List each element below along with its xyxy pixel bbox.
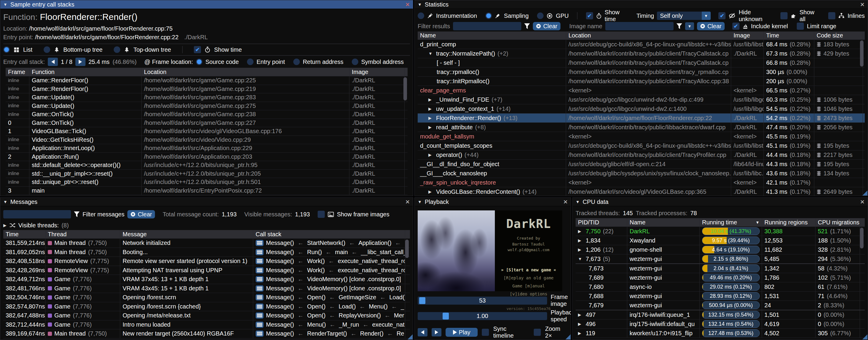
cpu-row[interactable]: ▶496irq/175-iwlwifi:default_qu132.14 ms … <box>576 319 865 329</box>
callstack-icon[interactable] <box>256 294 264 301</box>
stack-frame[interactable]: Message() <box>266 239 294 246</box>
stack-frame[interactable]: RenderTarget() <box>307 330 347 337</box>
stack-frame[interactable]: Message() <box>266 312 294 319</box>
radio-bottom-up[interactable] <box>44 46 50 53</box>
collapse-icon[interactable]: ▼ <box>3 199 7 204</box>
table-row[interactable]: d_count_templates_scopes/usr/src/debug/g… <box>418 141 865 150</box>
table-row[interactable]: inlineGame::Update()/home/wolf/darkrl/sr… <box>6 102 408 111</box>
gpu-label[interactable]: GPU <box>556 12 568 19</box>
stack-frame[interactable]: StartNetwork() <box>307 239 345 246</box>
resize-grip[interactable] <box>408 334 413 339</box>
frame-loc-option[interactable]: Symbol address <box>361 59 404 65</box>
stack-frame[interactable]: Message() <box>266 321 294 328</box>
table-row[interactable]: 1VideoGLBase::Tick()/home/wolf/darkrl/sr… <box>6 127 408 136</box>
message-row[interactable]: 382,574,807nsGame(7,776)Opening /forest.… <box>3 302 410 311</box>
collapse-icon[interactable]: ▼ <box>576 199 580 204</box>
stack-frame[interactable]: VideoMemory() [clone .constprop.0] <box>307 276 401 283</box>
table-row[interactable]: ▶operator()(+44)/home/wolf/darkrl/contri… <box>418 150 865 160</box>
close-icon[interactable]: ✕ <box>860 1 865 8</box>
collapse-icon[interactable]: ▼ <box>3 2 7 7</box>
funnel-icon[interactable] <box>524 23 530 29</box>
message-row[interactable]: 382,647,488nsGame(7,776)Opening /meta/re… <box>3 311 410 320</box>
table-row[interactable]: inlineGame::RenderFloor()/home/wolf/dark… <box>6 76 408 85</box>
close-icon[interactable]: ✕ <box>405 1 410 8</box>
expand-icon[interactable]: ▶ <box>428 152 434 157</box>
cpu-row[interactable]: 7,673wezterm-gui2.04 s (8.41%)1,34258(4.… <box>576 264 865 273</box>
stack-frame[interactable]: GetImageSize <box>339 294 376 301</box>
stack-frame[interactable]: Message() <box>266 249 294 256</box>
show-time-checkbox[interactable]: ✔ <box>194 46 201 53</box>
image-filter-dropdown-button[interactable]: ▼ <box>685 22 694 30</box>
column-header[interactable]: Time <box>3 230 45 238</box>
callstack-icon[interactable] <box>256 321 264 328</box>
stack-frame[interactable]: execute_native_thread_ro <box>338 258 405 264</box>
slider-grab[interactable] <box>419 297 425 304</box>
callstack-icon[interactable] <box>256 258 264 264</box>
zoom-2x-checkbox[interactable] <box>534 329 541 336</box>
column-header[interactable]: CPU migrations <box>815 218 860 226</box>
message-row[interactable]: 382,481,766nsGame(7,776)VRAM 43x45: 15 +… <box>3 284 410 293</box>
prev-frame-button[interactable] <box>418 328 428 336</box>
column-header[interactable]: Name <box>418 31 566 39</box>
message-row[interactable]: 382,428,269nsRemoteView(7,775)Attempting… <box>3 266 410 275</box>
show-frame-images-label[interactable]: Show frame images <box>337 211 390 218</box>
stack-frame[interactable]: Load() <box>389 294 405 301</box>
stack-frame[interactable]: VideoMemory() [clone .constprop.0] <box>307 285 401 292</box>
table-row[interactable]: __GI__dl_find_dso_for_object/usr/src/deb… <box>418 160 865 169</box>
cpu-row[interactable]: ▶1,834Xwayland9.57 s (39.44%)12,553188(1… <box>576 236 865 245</box>
view-bottom-up-label[interactable]: Bottom-up tree <box>63 46 102 53</box>
include-kernel-label[interactable]: Include kernel <box>751 23 788 30</box>
table-row[interactable]: 2Application::Run()/home/wolf/darkrl/src… <box>6 153 408 161</box>
expand-icon[interactable]: ▶ <box>578 247 583 252</box>
view-top-down-label[interactable]: Top-down tree <box>133 46 171 53</box>
frame-loc-option[interactable]: Entry point <box>256 59 285 65</box>
stack-frame[interactable]: execute_nat <box>372 321 405 328</box>
column-header[interactable]: Thread <box>45 230 120 238</box>
column-header[interactable]: Name <box>627 218 700 226</box>
table-row[interactable]: inlineApplication::InnerLoop()/home/wolf… <box>6 144 408 153</box>
close-icon[interactable]: ✕ <box>563 199 568 205</box>
expand-icon[interactable]: ▶ <box>578 331 583 336</box>
close-icon[interactable]: ✕ <box>860 199 865 205</box>
column-header[interactable]: Time <box>764 31 814 39</box>
scrollbar-thumb[interactable] <box>860 40 864 66</box>
collapse-icon[interactable]: ▼ <box>418 2 422 7</box>
stack-frame[interactable]: Menu() <box>307 321 326 328</box>
table-row[interactable]: tracy::InitRpmalloc()/home/wolf/darkrl/c… <box>418 77 865 86</box>
prev-stack-button[interactable] <box>48 58 58 66</box>
table-row[interactable]: 3main/home/wolf/darkrl/src/EntryPointPos… <box>6 187 408 195</box>
column-header[interactable]: Function <box>29 68 142 76</box>
callstack-icon[interactable] <box>256 285 264 291</box>
stack-frame[interactable]: Open() <box>307 312 326 319</box>
expand-icon[interactable]: ▶ <box>428 189 434 194</box>
stack-frame[interactable]: Message() <box>266 330 294 337</box>
radio-list[interactable] <box>3 46 10 53</box>
sync-timeline-label[interactable]: Sync timeline <box>493 325 527 339</box>
expand-icon[interactable]: ▼ <box>428 51 434 56</box>
message-row[interactable]: 382,712,444nsGame(7,776)Intro menu loade… <box>3 320 410 330</box>
stack-frame[interactable]: Message() <box>266 285 294 292</box>
frame-loc-option[interactable]: Source code <box>206 59 239 65</box>
radio-sampling[interactable] <box>485 12 492 19</box>
clear-messages-button[interactable]: Clear <box>127 210 155 219</box>
column-header[interactable]: Running regions <box>762 218 815 226</box>
table-row[interactable]: ▶VideoGLBase::RenderContent()(+14)/home/… <box>418 187 865 196</box>
timing-dropdown[interactable]: Self only ▼ <box>657 11 710 20</box>
callstack-icon[interactable] <box>256 240 264 246</box>
column-header[interactable]: PID/TID <box>576 218 627 226</box>
table-row[interactable]: inlineGame::Update()/home/wolf/darkrl/sr… <box>6 93 408 102</box>
column-header[interactable]: Location <box>566 31 731 39</box>
column-header[interactable]: Message <box>120 230 253 238</box>
sync-timeline-checkbox[interactable] <box>482 329 489 336</box>
chevron-down-icon[interactable]: ▼ <box>702 11 711 20</box>
column-header[interactable]: Frame <box>6 68 29 76</box>
table-row[interactable]: clear_page_erms<kernel><kernel>66.5 ms(0… <box>418 86 865 95</box>
cpu-row[interactable]: ▼7,673(5)wezterm-gui2.15 s (8.86%)5,4852… <box>576 254 865 264</box>
column-header[interactable]: Running time▼ <box>700 218 762 226</box>
resize-grip[interactable] <box>565 334 570 339</box>
table-row[interactable]: ▼tracy::NormalizePath()(+2)/home/wolf/da… <box>418 49 865 58</box>
view-list-label[interactable]: List <box>23 46 32 53</box>
stack-frame[interactable]: Mer <box>394 312 404 319</box>
table-row[interactable]: __GI___clock_nanosleep/usr/src/debug/gli… <box>418 169 865 178</box>
expand-icon[interactable]: ▶ <box>578 321 583 326</box>
